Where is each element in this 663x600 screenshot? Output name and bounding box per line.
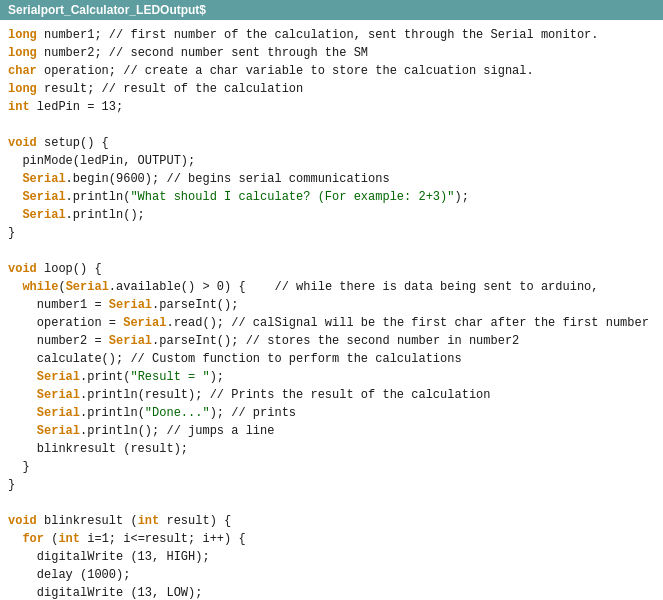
code-token-normal: blinkresult ( bbox=[37, 514, 138, 528]
code-token-normal: ( bbox=[58, 280, 65, 294]
code-line: calculate(); // Custom function to perfo… bbox=[8, 350, 655, 368]
code-token-str: "What should I calculate? (For example: … bbox=[130, 190, 454, 204]
code-token-obj: Serial bbox=[8, 172, 66, 186]
code-token-normal: } bbox=[8, 460, 30, 474]
code-token-obj: Serial bbox=[8, 388, 80, 402]
code-token-normal: delay (1000); bbox=[8, 568, 130, 582]
code-editor[interactable]: long number1; // first number of the cal… bbox=[0, 20, 663, 600]
code-line bbox=[8, 494, 655, 512]
code-line: long result; // result of the calculatio… bbox=[8, 80, 655, 98]
code-token-kw: while bbox=[8, 280, 58, 294]
code-line: Serial.println("What should I calculate?… bbox=[8, 188, 655, 206]
code-token-normal: operation = bbox=[8, 316, 123, 330]
code-token-kw: void bbox=[8, 136, 37, 150]
code-line: digitalWrite (13, LOW); bbox=[8, 584, 655, 600]
code-line bbox=[8, 116, 655, 134]
code-token-kw: int bbox=[138, 514, 160, 528]
code-token-str: "Result = " bbox=[130, 370, 209, 384]
code-line: pinMode(ledPin, OUTPUT); bbox=[8, 152, 655, 170]
code-token-normal: loop() { bbox=[37, 262, 102, 276]
code-token-str: "Done..." bbox=[145, 406, 210, 420]
code-token-normal: } bbox=[8, 478, 15, 492]
code-token-normal: .print( bbox=[80, 370, 130, 384]
code-token-normal: .println(); // jumps a line bbox=[80, 424, 274, 438]
code-token-normal: .available() > 0) { // while there is da… bbox=[109, 280, 599, 294]
code-token-normal: .println( bbox=[80, 406, 145, 420]
code-line: void blinkresult (int result) { bbox=[8, 512, 655, 530]
code-token-normal: ledPin = 13; bbox=[30, 100, 124, 114]
code-line: Serial.print("Result = "); bbox=[8, 368, 655, 386]
code-token-normal: pinMode(ledPin, OUTPUT); bbox=[8, 154, 195, 168]
code-line: number1 = Serial.parseInt(); bbox=[8, 296, 655, 314]
code-token-normal: .parseInt(); // stores the second number… bbox=[152, 334, 519, 348]
code-token-kw: long bbox=[8, 46, 37, 60]
code-token-obj: Serial bbox=[66, 280, 109, 294]
code-token-normal: number2 = bbox=[8, 334, 109, 348]
code-line: Serial.begin(9600); // begins serial com… bbox=[8, 170, 655, 188]
code-token-obj: Serial bbox=[8, 190, 66, 204]
code-token-obj: Serial bbox=[8, 208, 66, 222]
code-line: operation = Serial.read(); // calSignal … bbox=[8, 314, 655, 332]
code-token-normal: result; // result of the calculation bbox=[37, 82, 303, 96]
code-token-kw: void bbox=[8, 262, 37, 276]
code-line: Serial.println(result); // Prints the re… bbox=[8, 386, 655, 404]
code-token-normal: .begin(9600); // begins serial communica… bbox=[66, 172, 390, 186]
code-token-normal: .println(result); // Prints the result o… bbox=[80, 388, 490, 402]
code-token-normal: .println(); bbox=[66, 208, 145, 222]
code-token-normal: blinkresult (result); bbox=[8, 442, 188, 456]
code-token-kw: long bbox=[8, 28, 37, 42]
code-token-normal: ( bbox=[44, 532, 58, 546]
title-bar: Serialport_Calculator_LEDOutput$ bbox=[0, 0, 663, 20]
code-line: for (int i=1; i<=result; i++) { bbox=[8, 530, 655, 548]
code-token-normal: i=1; i<=result; i++) { bbox=[80, 532, 246, 546]
code-line: } bbox=[8, 476, 655, 494]
code-line: delay (1000); bbox=[8, 566, 655, 584]
code-token-kw: void bbox=[8, 514, 37, 528]
code-line: long number1; // first number of the cal… bbox=[8, 26, 655, 44]
code-line: blinkresult (result); bbox=[8, 440, 655, 458]
code-line: long number2; // second number sent thro… bbox=[8, 44, 655, 62]
code-line: number2 = Serial.parseInt(); // stores t… bbox=[8, 332, 655, 350]
code-token-normal: digitalWrite (13, LOW); bbox=[8, 586, 202, 600]
code-token-normal: ); // prints bbox=[210, 406, 296, 420]
code-token-normal: .println( bbox=[66, 190, 131, 204]
code-token-normal: digitalWrite (13, HIGH); bbox=[8, 550, 210, 564]
code-token-obj: Serial bbox=[8, 406, 80, 420]
code-line: Serial.println("Done..."); // prints bbox=[8, 404, 655, 422]
code-token-normal: } bbox=[8, 226, 15, 240]
code-token-obj: Serial bbox=[109, 298, 152, 312]
code-token-kw: int bbox=[8, 100, 30, 114]
tab-label: Serialport_Calculator_LEDOutput$ bbox=[0, 0, 663, 20]
code-token-kw: for bbox=[8, 532, 44, 546]
code-token-kw: int bbox=[58, 532, 80, 546]
code-line: Serial.println(); bbox=[8, 206, 655, 224]
code-token-kw: long bbox=[8, 82, 37, 96]
code-line: while(Serial.available() > 0) { // while… bbox=[8, 278, 655, 296]
code-line: int ledPin = 13; bbox=[8, 98, 655, 116]
code-token-normal: ); bbox=[210, 370, 224, 384]
code-token-normal: .parseInt(); bbox=[152, 298, 238, 312]
code-token-obj: Serial bbox=[123, 316, 166, 330]
code-token-normal: calculate(); // Custom function to perfo… bbox=[8, 352, 462, 366]
code-token-obj: Serial bbox=[109, 334, 152, 348]
code-token-normal: number1; // first number of the calculat… bbox=[37, 28, 599, 42]
code-line bbox=[8, 242, 655, 260]
code-line: void setup() { bbox=[8, 134, 655, 152]
code-token-normal: number2; // second number sent through t… bbox=[37, 46, 368, 60]
code-line: void loop() { bbox=[8, 260, 655, 278]
code-token-normal: operation; // create a char variable to … bbox=[37, 64, 534, 78]
code-line: digitalWrite (13, HIGH); bbox=[8, 548, 655, 566]
code-token-normal: setup() { bbox=[37, 136, 109, 150]
code-token-normal: result) { bbox=[159, 514, 231, 528]
code-token-kw: char bbox=[8, 64, 37, 78]
code-token-obj: Serial bbox=[8, 424, 80, 438]
code-line: Serial.println(); // jumps a line bbox=[8, 422, 655, 440]
code-line: char operation; // create a char variabl… bbox=[8, 62, 655, 80]
code-token-normal: number1 = bbox=[8, 298, 109, 312]
code-token-obj: Serial bbox=[8, 370, 80, 384]
code-token-normal: .read(); // calSignal will be the first … bbox=[166, 316, 648, 330]
code-line: } bbox=[8, 458, 655, 476]
code-token-normal: ); bbox=[454, 190, 468, 204]
code-line: } bbox=[8, 224, 655, 242]
